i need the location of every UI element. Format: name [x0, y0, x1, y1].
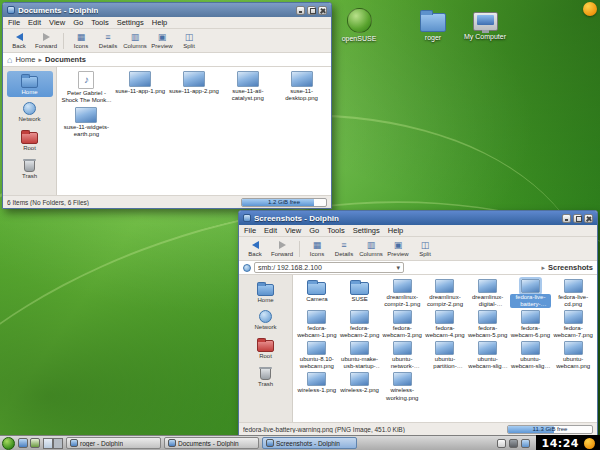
file-peter-gabriel-shock-the-monk[interactable]: ♪Peter Gabriel - Shock The Monk...	[60, 71, 113, 104]
breadcrumb-current[interactable]: Screenshots	[548, 263, 593, 272]
file-ubuntu-make-usb-startup-disk-png[interactable]: ubuntu-make-usb-startup-disk.png	[339, 341, 381, 370]
file-camera[interactable]: Camera	[296, 279, 338, 308]
location-bar[interactable]: Home Documents	[3, 53, 331, 67]
split-button[interactable]: ◫Split	[413, 240, 437, 258]
file-fedora-webcam-3-png[interactable]: fedora-webcam-3.png	[381, 310, 423, 339]
place-root[interactable]: Root	[7, 127, 53, 153]
file-ubuntu-8-10-webcam-png[interactable]: ubuntu-8.10-webcam.png	[296, 341, 338, 370]
columns-button[interactable]: ▥Columns	[123, 32, 147, 50]
forward-button[interactable]: Forward	[270, 240, 294, 258]
menu-go[interactable]: Go	[309, 226, 319, 235]
menu-settings[interactable]: Settings	[117, 18, 144, 27]
menu-view[interactable]: View	[285, 226, 301, 235]
minimize-button[interactable]	[562, 214, 571, 223]
back-button[interactable]: Back	[243, 240, 267, 258]
desktop-icon-opensuse[interactable]: openSUSE	[332, 8, 386, 42]
file-fedora-webcam-4-png[interactable]: fedora-webcam-4.png	[424, 310, 466, 339]
forward-button[interactable]: Forward	[34, 32, 58, 50]
dropdown-arrow-icon[interactable]	[396, 263, 400, 272]
icons-button[interactable]: ▦Icons	[69, 32, 93, 50]
place-home[interactable]: Home	[243, 279, 289, 305]
file-wireless-working-png[interactable]: wireless-working.png	[381, 372, 423, 401]
file-suse-11-ati-catalyst-png[interactable]: suse-11-ati-catalyst.png	[221, 71, 274, 104]
titlebar[interactable]: Screenshots - Dolphin	[239, 211, 597, 225]
file-wireless-2-png[interactable]: wireless-2.png	[339, 372, 381, 401]
pager-desktop-2[interactable]	[53, 438, 63, 449]
file-view[interactable]: CameraSUSEdreamlinux-compiz-1.pngdreamli…	[293, 275, 597, 422]
file-ubuntu-webcam-sliga-2-png[interactable]: ubuntu-webcam-sliga-2.png	[510, 341, 552, 370]
desktop-icon-my-computer[interactable]: My Computer	[458, 8, 512, 40]
dolphin-icon[interactable]	[18, 438, 28, 448]
device-notifier-icon[interactable]	[521, 439, 530, 448]
digital-clock[interactable]: 14:24	[541, 437, 579, 450]
titlebar[interactable]: Documents - Dolphin	[3, 3, 331, 17]
file-ubuntu-network-tools-png[interactable]: ubuntu-network-tools.png	[381, 341, 423, 370]
menu-settings[interactable]: Settings	[353, 226, 380, 235]
columns-button[interactable]: ▥Columns	[359, 240, 383, 258]
file-suse-11-app-1-png[interactable]: suse-11-app-1.png	[114, 71, 167, 104]
menu-file[interactable]: File	[244, 226, 256, 235]
location-bar[interactable]: smb:/ 192.168.2.100 Screenshots	[239, 261, 597, 275]
file-dreamlinux-compiz-2-png[interactable]: dreamlinux-compiz-2.png	[424, 279, 466, 308]
file-fedora-webcam-5-png[interactable]: fedora-webcam-5.png	[467, 310, 509, 339]
klipper-icon[interactable]	[497, 439, 506, 448]
menu-edit[interactable]: Edit	[28, 18, 41, 27]
icons-button[interactable]: ▦Icons	[305, 240, 329, 258]
panel-cashew-icon[interactable]	[584, 438, 595, 449]
task-documents-dolphin[interactable]: Documents - Dolphin	[164, 437, 259, 449]
place-trash[interactable]: Trash	[7, 156, 53, 181]
close-button[interactable]	[584, 214, 593, 223]
file-fedora-live-cd-png[interactable]: fedora-live-cd.png	[552, 279, 594, 308]
menu-help[interactable]: Help	[152, 18, 167, 27]
file-fedora-webcam-1-png[interactable]: fedora-webcam-1.png	[296, 310, 338, 339]
file-fedora-webcam-6-png[interactable]: fedora-webcam-6.png	[510, 310, 552, 339]
task-screenshots-dolphin[interactable]: Screenshots - Dolphin	[262, 437, 357, 449]
details-button[interactable]: ≡Details	[96, 32, 120, 50]
maximize-button[interactable]	[573, 214, 582, 223]
preview-button[interactable]: ▣Preview	[150, 32, 174, 50]
breadcrumb-current[interactable]: Documents	[45, 55, 86, 64]
place-home[interactable]: Home	[7, 71, 53, 97]
details-button[interactable]: ≡Details	[332, 240, 356, 258]
close-button[interactable]	[318, 6, 327, 15]
menu-go[interactable]: Go	[73, 18, 83, 27]
minimize-button[interactable]	[296, 6, 305, 15]
desktop-cashew-icon[interactable]	[583, 2, 597, 16]
menu-file[interactable]: File	[8, 18, 20, 27]
file-fedora-webcam-7-png[interactable]: fedora-webcam-7.png	[552, 310, 594, 339]
desktop-icon-roger[interactable]: roger	[406, 8, 460, 41]
menu-help[interactable]: Help	[388, 226, 403, 235]
file-fedora-live-battery-warning-png[interactable]: fedora-live-battery-warning.png	[510, 279, 552, 308]
split-button[interactable]: ◫Split	[177, 32, 201, 50]
menu-view[interactable]: View	[49, 18, 65, 27]
breadcrumb-root[interactable]: Home	[15, 55, 35, 64]
file-ubuntu-partition-editor-png[interactable]: ubuntu-partition-editor.png	[424, 341, 466, 370]
file-ubuntu-webcam-sliga-1-png[interactable]: ubuntu-webcam-sliga-1.png	[467, 341, 509, 370]
volume-icon[interactable]	[509, 439, 518, 448]
file-wireless-1-png[interactable]: wireless-1.png	[296, 372, 338, 401]
pager-desktop-1[interactable]	[43, 438, 53, 449]
menu-tools[interactable]: Tools	[91, 18, 109, 27]
menu-edit[interactable]: Edit	[264, 226, 277, 235]
file-suse-11-app-2-png[interactable]: suse-11-app-2.png	[168, 71, 221, 104]
task-roger-dolphin[interactable]: roger - Dolphin	[66, 437, 161, 449]
file-suse[interactable]: SUSE	[339, 279, 381, 308]
menu-tools[interactable]: Tools	[327, 226, 345, 235]
place-root[interactable]: Root	[243, 335, 289, 361]
file-view[interactable]: ♪Peter Gabriel - Shock The Monk...suse-1…	[57, 67, 331, 195]
back-button[interactable]: Back	[7, 32, 31, 50]
file-dreamlinux-digital-camera-png[interactable]: dreamlinux-digital-camera.png	[467, 279, 509, 308]
konqueror-icon[interactable]	[30, 438, 40, 448]
place-trash[interactable]: Trash	[243, 364, 289, 389]
file-suse-11-widgets-earth-png[interactable]: suse-11-widgets-earth.png	[60, 107, 113, 138]
file-suse-11-desktop-png[interactable]: suse-11-desktop.png	[275, 71, 328, 104]
place-network[interactable]: Network	[7, 100, 53, 124]
file-dreamlinux-compiz-1-png[interactable]: dreamlinux-compiz-1.png	[381, 279, 423, 308]
file-fedora-webcam-2-png[interactable]: fedora-webcam-2.png	[339, 310, 381, 339]
kickoff-menu-button[interactable]	[2, 437, 15, 450]
file-ubuntu-webcam-png[interactable]: ubuntu-webcam.png	[552, 341, 594, 370]
desktop[interactable]: openSUSErogerMy Computer Documents - Dol…	[0, 0, 600, 450]
desktop-pager[interactable]	[43, 438, 63, 449]
preview-button[interactable]: ▣Preview	[386, 240, 410, 258]
maximize-button[interactable]	[307, 6, 316, 15]
